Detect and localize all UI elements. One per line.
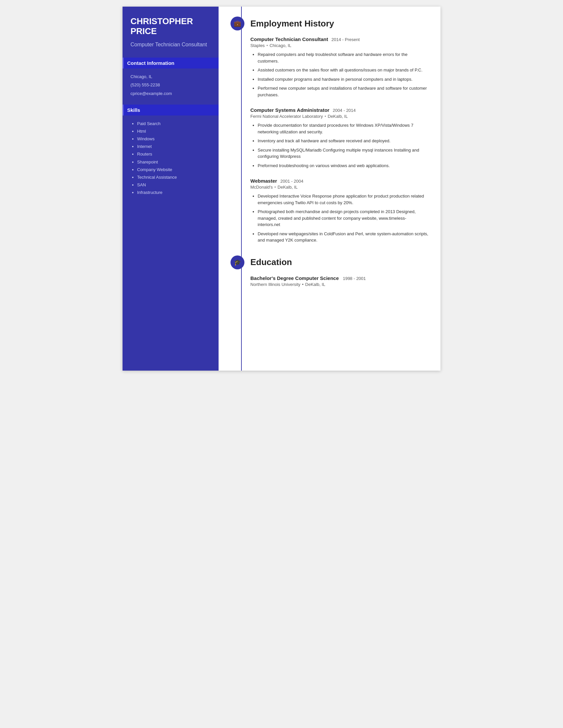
job-company: Staples•Chicago, IL [250,43,429,48]
employment-section: 💼 Employment History Computer Technician… [230,17,429,244]
job-bullet: Repaired computers and help troubleshot … [258,51,429,64]
job-dates: 2014 - Present [332,37,360,42]
job-bullet: Installed computer programs and hardware… [258,76,429,83]
skill-item: SAN [137,182,211,188]
skills-list: Paid SearchHtmlWindowsInternetRoutersSha… [130,121,211,196]
education-icon: 🎓 [230,255,244,269]
contact-info: Chicago, IL (520) 555-2238 cprice@exampl… [130,74,211,97]
job-dates: 2001 - 2004 [280,179,304,184]
job-bullets: Developed Interactive Voice Response pho… [250,193,429,244]
employment-icon: 💼 [230,17,244,30]
job-title-row: Computer Technician Consultant 2014 - Pr… [250,36,429,42]
edu-item: Bachelor's Degree Computer Science 1998 … [250,275,429,287]
contact-email: cprice@example.com [130,91,211,97]
job-item: Computer Technician Consultant 2014 - Pr… [250,36,429,98]
skill-item: Internet [137,144,211,150]
job-title-row: Webmaster 2001 - 2004 [250,178,429,184]
job-bullet: Photographed both merchandise and design… [258,208,429,228]
education-header-row: 🎓 Education [230,255,429,269]
job-title-row: Computer Systems Administrator 2004 - 20… [250,107,429,113]
edu-container: Bachelor's Degree Computer Science 1998 … [230,275,429,287]
job-title: Computer Technician Consultant [250,36,328,42]
job-bullet: Secure installing MySQL/Mariadb Configur… [258,147,429,160]
skill-item: Infrastructure [137,190,211,196]
job-bullet: Developed new webpages/sites in ColdFusi… [258,231,429,244]
employment-section-title: Employment History [250,19,334,29]
job-company: McDonald's•DeKalb, IL [250,185,429,190]
main-content: 💼 Employment History Computer Technician… [218,7,441,371]
skill-item: Company Website [137,167,211,173]
skill-item: Html [137,128,211,134]
edu-degree: Bachelor's Degree Computer Science 1998 … [250,275,429,281]
edu-school: Northern Illinois University•DeKalb, IL [250,282,429,287]
skill-item: Windows [137,136,211,142]
job-bullet: Developed Interactive Voice Response pho… [258,193,429,206]
job-dates: 2004 - 2014 [333,108,356,113]
employment-header-row: 💼 Employment History [230,17,429,30]
job-bullets: Repaired computers and help troubleshot … [250,51,429,98]
contact-city: Chicago, IL [130,74,211,80]
job-bullet: Preformed troubleshooting on various win… [258,162,429,169]
jobs-container: Computer Technician Consultant 2014 - Pr… [230,36,429,244]
sidebar: CHRISTOPHER PRICE Computer Technician Co… [122,7,218,371]
resume-container: CHRISTOPHER PRICE Computer Technician Co… [122,7,441,371]
education-section-title: Education [250,257,292,267]
contact-section-header: Contact Information [122,58,218,68]
job-item: Computer Systems Administrator 2004 - 20… [250,107,429,169]
skills-section-header: Skills [122,105,218,115]
job-bullet: Inventory and track all hardware and sof… [258,138,429,144]
job-title: Computer Systems Administrator [250,107,330,113]
job-title: Webmaster [250,178,277,184]
job-bullet: Assisted customers on the sales floor wi… [258,67,429,73]
contact-phone: (520) 555-2238 [130,82,211,88]
job-item: Webmaster 2001 - 2004 McDonald's•DeKalb,… [250,178,429,244]
candidate-name: CHRISTOPHER PRICE [130,17,211,36]
job-bullet: Provide documentation for standard proce… [258,122,429,135]
edu-dates: 1998 - 2001 [343,276,366,281]
skill-item: Routers [137,151,211,157]
candidate-title: Computer Technician Consultant [130,41,211,48]
job-company: Fermi National Accelerator Laboratory•De… [250,114,429,119]
job-bullet: Performed new computer setups and instal… [258,85,429,98]
skill-item: Sharepoint [137,159,211,165]
skill-item: Paid Search [137,121,211,127]
job-bullets: Provide documentation for standard proce… [250,122,429,169]
skill-item: Technical Assistance [137,174,211,180]
education-section: 🎓 Education Bachelor's Degree Computer S… [230,255,429,287]
